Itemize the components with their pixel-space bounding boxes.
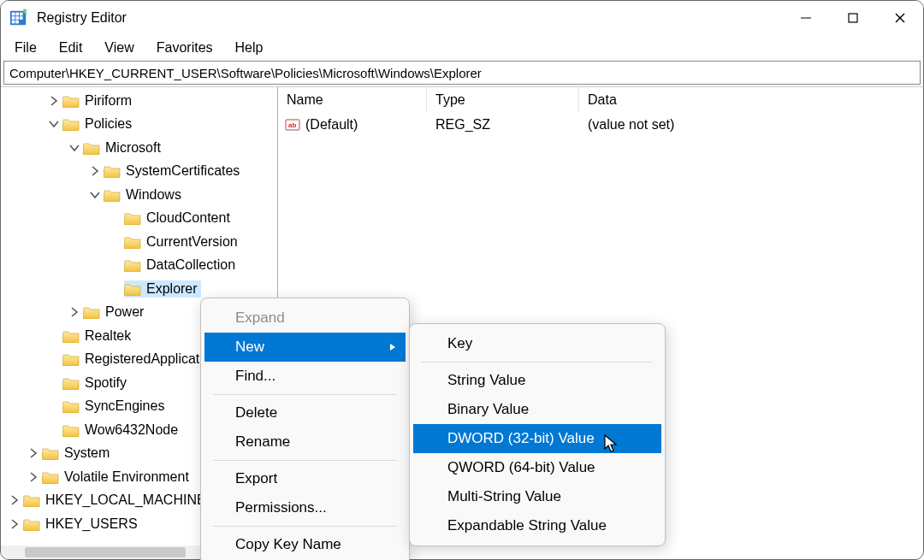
tree-item-label: HKEY_LOCAL_MACHINE — [45, 492, 206, 508]
folder-icon — [62, 376, 80, 390]
svg-rect-6 — [20, 16, 23, 20]
tree-item-label: Microsoft — [105, 140, 161, 156]
value-type: REG_SZ — [427, 117, 579, 133]
close-button[interactable] — [876, 1, 923, 35]
context-menu-item-label: String Value — [447, 372, 525, 389]
menu-help[interactable]: Help — [225, 37, 274, 59]
context-menu-item[interactable]: QWORD (64-bit) Value — [413, 453, 661, 482]
context-menu-item-label: New — [235, 339, 264, 356]
window-controls — [782, 1, 923, 35]
chevron-right-icon[interactable] — [47, 94, 61, 108]
mouse-cursor-icon — [604, 434, 619, 453]
tree-item[interactable]: SystemCertificates — [4, 160, 277, 184]
context-menu-item[interactable]: Expandable String Value — [413, 511, 661, 540]
context-menu-item-label: Permissions... — [235, 499, 327, 516]
tree-item[interactable]: Windows — [4, 183, 277, 207]
string-value-icon: ab — [285, 117, 300, 133]
address-bar[interactable]: Computer\HKEY_CURRENT_USER\Software\Poli… — [3, 61, 921, 85]
context-menu-item[interactable]: Export — [204, 464, 406, 493]
list-row[interactable]: ab (Default) REG_SZ (value not set) — [278, 113, 923, 137]
svg-rect-8 — [15, 21, 19, 24]
folder-icon — [23, 517, 40, 531]
chevron-down-icon[interactable] — [68, 141, 81, 155]
chevron-right-icon[interactable] — [27, 470, 40, 484]
chevron-right-icon[interactable] — [88, 164, 102, 178]
column-header-data[interactable]: Data — [579, 87, 923, 113]
tree-item-label: Power — [105, 304, 144, 320]
context-menu-item[interactable]: Multi-String Value — [413, 482, 661, 511]
tree-item-label: Realtek — [85, 328, 131, 344]
list-header: Name Type Data — [278, 87, 923, 113]
tree-item-label: CloudContent — [146, 210, 230, 226]
tree-item-label: CurrentVersion — [146, 234, 238, 250]
tree-item-label: Explorer — [146, 281, 198, 297]
tree-item-label: Spotify — [85, 375, 127, 391]
tree-item-label: Volatile Environment — [64, 469, 189, 485]
context-menu-item[interactable]: String Value — [413, 366, 661, 395]
context-menu-item-label: Delete — [235, 404, 277, 421]
chevron-right-icon[interactable] — [68, 305, 81, 319]
menu-edit[interactable]: Edit — [49, 37, 93, 59]
context-menu-item[interactable]: Find... — [204, 362, 406, 391]
folder-icon — [42, 446, 59, 460]
chevron-right-icon[interactable] — [8, 517, 21, 531]
scrollbar-thumb[interactable] — [25, 547, 186, 557]
tree-item-label: Policies — [85, 116, 132, 132]
context-menu-item[interactable]: New — [204, 333, 406, 362]
tree-item-label: DataCollection — [146, 257, 235, 273]
svg-text:ab: ab — [288, 121, 296, 129]
tree-item[interactable]: DataCollection — [4, 254, 277, 278]
context-menu-item[interactable]: Key — [413, 329, 661, 358]
context-menu-item[interactable]: Copy Key Name — [204, 530, 406, 559]
chevron-right-icon[interactable] — [27, 446, 40, 460]
tree-item-label: SyncEngines — [85, 398, 164, 414]
chevron-down-icon[interactable] — [88, 188, 102, 202]
context-menu-item-label: Rename — [235, 433, 290, 451]
svg-rect-5 — [15, 16, 19, 20]
maximize-button[interactable] — [829, 1, 876, 35]
context-menu-item-label: Binary Value — [447, 401, 529, 418]
chevron-right-icon[interactable] — [8, 493, 21, 507]
menu-separator — [213, 460, 397, 461]
tree-item[interactable]: CloudContent — [4, 207, 277, 231]
folder-icon — [42, 470, 59, 484]
menu-file[interactable]: File — [4, 37, 47, 59]
svg-rect-1 — [12, 13, 15, 16]
folder-icon — [62, 329, 80, 343]
registry-editor-icon — [9, 9, 28, 27]
context-menu-item-label: DWORD (32-bit) Value — [447, 430, 595, 447]
context-menu-item[interactable]: DWORD (32-bit) Value — [413, 424, 661, 453]
context-menu-item-label: Expandable String Value — [447, 517, 607, 534]
folder-icon — [83, 141, 100, 155]
folder-icon — [104, 164, 121, 178]
menu-view[interactable]: View — [94, 37, 144, 59]
folder-icon — [62, 399, 80, 413]
menubar: File Edit View Favorites Help — [1, 35, 923, 61]
context-menu-item-label: Find... — [235, 368, 275, 385]
context-menu-item[interactable]: Binary Value — [413, 395, 661, 424]
context-menu-item[interactable]: Delete — [204, 398, 406, 427]
context-menu-item[interactable]: Rename — [204, 427, 406, 457]
tree-item-label: Piriform — [85, 93, 132, 109]
chevron-down-icon[interactable] — [47, 117, 61, 131]
context-menu-item: Expand — [204, 304, 406, 333]
tree-item[interactable]: Microsoft — [4, 136, 277, 160]
menu-separator — [213, 526, 397, 527]
svg-marker-9 — [24, 9, 29, 14]
folder-icon — [124, 211, 141, 225]
titlebar[interactable]: Registry Editor — [1, 1, 923, 35]
column-header-type[interactable]: Type — [427, 87, 579, 113]
tree-item[interactable]: CurrentVersion — [4, 230, 277, 254]
tree-item[interactable]: Policies — [4, 113, 277, 137]
menu-favorites[interactable]: Favorites — [146, 37, 223, 59]
context-menu-item[interactable]: Permissions... — [204, 493, 406, 522]
folder-icon — [23, 493, 40, 507]
value-data: (value not set) — [579, 117, 923, 133]
context-menu-item-label: Expand — [235, 309, 285, 327]
svg-rect-2 — [15, 13, 19, 16]
tree-item[interactable]: Piriform — [4, 89, 277, 113]
minimize-button[interactable] — [782, 1, 829, 35]
new-submenu: KeyString ValueBinary ValueDWORD (32-bit… — [409, 323, 666, 546]
column-header-name[interactable]: Name — [278, 87, 427, 113]
svg-rect-3 — [20, 13, 23, 16]
